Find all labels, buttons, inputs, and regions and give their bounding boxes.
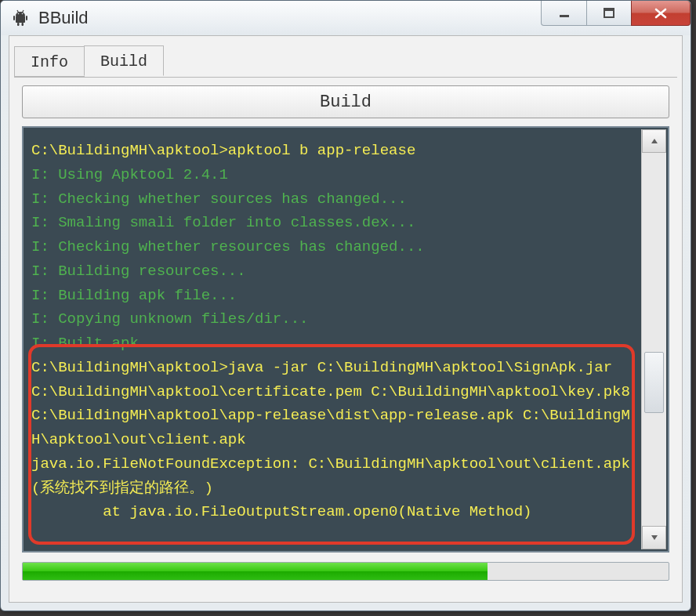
svg-point-8 (22, 13, 24, 15)
console: C:\BuildingMH\apktool>apktool b app-rele… (22, 126, 669, 553)
svg-rect-4 (22, 23, 24, 26)
scroll-down-button[interactable] (642, 526, 666, 549)
client-area: Info Build Build C:\BuildingMH\apktool>a… (9, 35, 683, 603)
tabs: Info Build (14, 35, 163, 66)
app-window: BBuild Info Build Build C:\BuildingMH\ap… (0, 0, 691, 611)
window-buttons (541, 1, 691, 35)
console-line: at java.io.FileOutputStream.open0(Native… (31, 503, 532, 520)
console-line: I: Built apk... (31, 335, 165, 352)
scrollbar[interactable] (641, 129, 666, 549)
console-wrap: C:\BuildingMH\apktool>apktool b app-rele… (22, 126, 669, 553)
svg-rect-1 (13, 16, 15, 20)
console-line: I: Copying unknown files/dir... (31, 310, 308, 328)
tab-build-panel: Build C:\BuildingMH\apktool>apktool b ap… (14, 77, 677, 596)
svg-rect-9 (560, 15, 569, 17)
minimize-button[interactable] (541, 1, 586, 26)
scroll-thumb[interactable] (644, 352, 664, 413)
svg-point-7 (18, 13, 20, 15)
console-line: I: Checking whether resources has change… (31, 238, 425, 255)
close-button[interactable] (631, 1, 691, 26)
svg-rect-2 (26, 16, 27, 20)
console-line: C:\BuildingMH\apktool>apktool b app-rele… (31, 142, 415, 159)
console-line: I: Using Apktool 2.4.1 (31, 166, 228, 183)
console-output: C:\BuildingMH\apktool>apktool b app-rele… (24, 128, 638, 551)
build-button[interactable]: Build (22, 85, 669, 118)
progress-bar (22, 562, 669, 581)
scroll-up-button[interactable] (642, 129, 666, 153)
app-title: BBuild (38, 8, 89, 28)
svg-rect-3 (17, 23, 20, 26)
console-line: I: Checking whether sources has changed.… (31, 190, 407, 208)
progress-fill (23, 563, 488, 580)
svg-rect-0 (16, 16, 25, 23)
maximize-button[interactable] (586, 1, 632, 26)
titlebar[interactable]: BBuild (1, 1, 691, 35)
svg-line-5 (17, 10, 19, 13)
console-line: C:\BuildingMH\apktool>java -jar C:\Build… (31, 359, 639, 448)
svg-rect-11 (604, 9, 614, 11)
scroll-track[interactable] (642, 153, 666, 526)
console-line: java.io.FileNotFoundException: C:\Buildi… (31, 455, 639, 497)
tab-build[interactable]: Build (84, 45, 164, 76)
svg-line-6 (23, 10, 24, 13)
tab-info[interactable]: Info (14, 46, 85, 77)
console-line: I: Smaling smali folder into classes.dex… (31, 214, 415, 231)
android-icon (10, 8, 31, 28)
console-line: I: Building resources... (31, 263, 246, 280)
console-line: I: Building apk file... (31, 287, 237, 304)
